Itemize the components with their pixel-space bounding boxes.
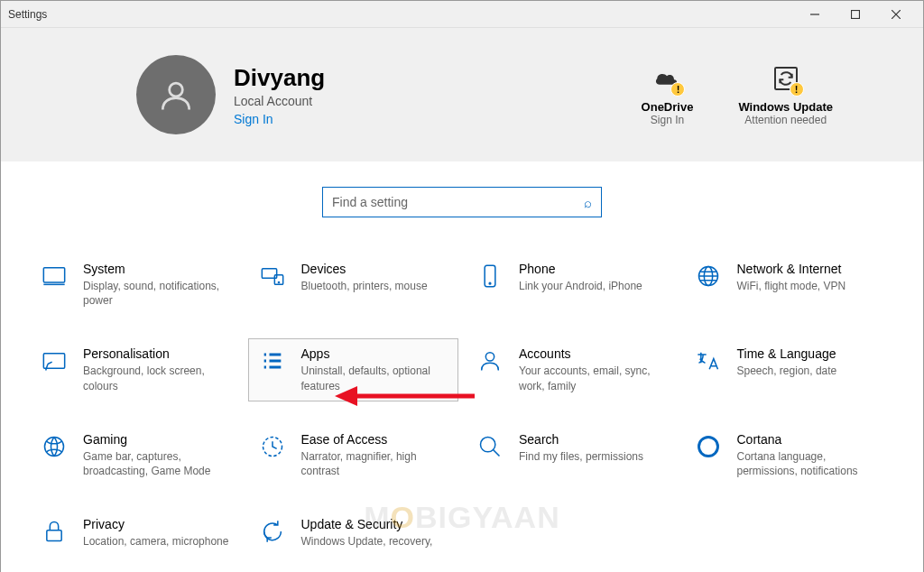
apps-icon bbox=[258, 346, 287, 375]
windows-update-status[interactable]: ! Windows Update Attention needed bbox=[738, 64, 833, 126]
tile-update-security[interactable]: Update & SecurityWindows Update, recover… bbox=[248, 509, 459, 557]
tile-personalisation[interactable]: PersonalisationBackground, lock screen, … bbox=[30, 338, 241, 401]
settings-grid: SystemDisplay, sound, notifications, pow… bbox=[1, 235, 923, 572]
onedrive-title: OneDrive bbox=[642, 100, 694, 114]
tile-title: Update & Security bbox=[301, 517, 433, 531]
tile-desc: Link your Android, iPhone bbox=[519, 279, 642, 293]
tile-desc: Cortana language, permissions, notificat… bbox=[737, 449, 885, 478]
tile-title: Search bbox=[519, 432, 643, 447]
sync-icon: ! bbox=[772, 64, 800, 93]
tile-title: Network & Internet bbox=[737, 262, 846, 276]
svg-rect-0 bbox=[851, 10, 859, 18]
tile-desc: Game bar, captures, broadcasting, Game M… bbox=[83, 449, 231, 478]
tile-desc: Narrator, magnifier, high contrast bbox=[301, 449, 449, 478]
settings-window: Settings Divyang Local Account Sign In !… bbox=[0, 0, 924, 572]
tile-system[interactable]: SystemDisplay, sound, notifications, pow… bbox=[30, 254, 241, 316]
network-icon bbox=[694, 262, 723, 291]
sign-in-link[interactable]: Sign In bbox=[234, 112, 325, 126]
tile-title: Apps bbox=[301, 346, 449, 361]
user-account-type: Local Account bbox=[234, 94, 325, 108]
onedrive-sub: Sign In bbox=[651, 114, 684, 126]
tile-phone[interactable]: PhoneLink your Android, iPhone bbox=[466, 254, 677, 316]
tile-desc: Location, camera, microphone bbox=[83, 534, 228, 549]
tile-network[interactable]: Network & InternetWiFi, flight mode, VPN bbox=[684, 254, 895, 316]
tile-title: Phone bbox=[519, 262, 642, 276]
svg-point-8 bbox=[489, 282, 491, 284]
onedrive-status[interactable]: ! OneDrive Sign In bbox=[642, 64, 694, 126]
svg-rect-3 bbox=[43, 268, 64, 282]
tile-apps[interactable]: AppsUninstall, defaults, optional featur… bbox=[248, 338, 459, 401]
tile-devices[interactable]: DevicesBluetooth, printers, mouse bbox=[248, 254, 459, 316]
tile-title: Time & Language bbox=[737, 346, 837, 361]
tile-desc: Your accounts, email, sync, work, family bbox=[519, 364, 667, 392]
tile-title: Accounts bbox=[519, 346, 667, 361]
tile-title: System bbox=[83, 262, 231, 276]
personalisation-icon bbox=[40, 346, 69, 375]
minimize-button[interactable] bbox=[794, 2, 835, 27]
search-wrap: ⌕ bbox=[1, 161, 923, 235]
avatar bbox=[136, 55, 216, 134]
tile-desc: Find my files, permissions bbox=[519, 449, 643, 464]
gaming-icon bbox=[40, 432, 69, 461]
svg-point-16 bbox=[698, 437, 717, 456]
tile-desc: Uninstall, defaults, optional features bbox=[301, 364, 449, 392]
tile-title: Ease of Access bbox=[301, 432, 449, 447]
tile-desc: Background, lock screen, colours bbox=[83, 364, 231, 392]
tile-time-language[interactable]: Time & LanguageSpeech, region, date bbox=[684, 338, 895, 401]
tile-desc: WiFi, flight mode, VPN bbox=[737, 279, 846, 293]
tile-gaming[interactable]: GamingGame bar, captures, broadcasting, … bbox=[30, 424, 241, 486]
privacy-icon bbox=[40, 517, 69, 546]
accounts-icon bbox=[476, 346, 504, 375]
cortana-icon bbox=[694, 432, 723, 461]
svg-rect-7 bbox=[485, 265, 495, 286]
tile-title: Devices bbox=[301, 262, 428, 276]
svg-point-13 bbox=[45, 437, 64, 456]
tile-title: Privacy bbox=[83, 517, 228, 531]
phone-icon bbox=[476, 262, 504, 291]
tile-cortana[interactable]: CortanaCortana language, permissions, no… bbox=[684, 424, 895, 486]
close-button[interactable] bbox=[875, 2, 916, 27]
ease-of-access-icon bbox=[258, 432, 287, 461]
svg-point-6 bbox=[278, 281, 279, 282]
search-tile-icon bbox=[476, 432, 504, 461]
update-title: Windows Update bbox=[738, 100, 833, 114]
update-security-icon bbox=[258, 517, 287, 546]
time-language-icon bbox=[694, 346, 723, 375]
update-sub: Attention needed bbox=[744, 114, 827, 126]
warning-badge: ! bbox=[670, 82, 685, 97]
window-title: Settings bbox=[8, 8, 47, 21]
svg-point-15 bbox=[481, 437, 495, 451]
search-input[interactable] bbox=[332, 195, 584, 209]
titlebar: Settings bbox=[1, 1, 923, 28]
tile-title: Gaming bbox=[83, 432, 231, 447]
tile-desc: Display, sound, notifications, power bbox=[83, 279, 231, 308]
tile-privacy[interactable]: PrivacyLocation, camera, microphone bbox=[30, 509, 241, 557]
devices-icon bbox=[258, 262, 287, 291]
tile-accounts[interactable]: AccountsYour accounts, email, sync, work… bbox=[466, 338, 677, 401]
tile-desc: Speech, region, date bbox=[737, 364, 837, 378]
maximize-button[interactable] bbox=[835, 2, 875, 27]
user-name: Divyang bbox=[234, 64, 325, 92]
system-icon bbox=[40, 262, 69, 291]
search-box[interactable]: ⌕ bbox=[322, 187, 602, 217]
tile-search[interactable]: SearchFind my files, permissions bbox=[466, 424, 677, 486]
search-icon: ⌕ bbox=[584, 195, 592, 210]
svg-rect-17 bbox=[47, 530, 61, 541]
user-header: Divyang Local Account Sign In ! OneDrive… bbox=[1, 28, 923, 161]
tile-desc: Windows Update, recovery, bbox=[301, 534, 433, 549]
svg-point-1 bbox=[170, 83, 183, 97]
onedrive-icon: ! bbox=[652, 64, 681, 93]
warning-badge: ! bbox=[790, 82, 804, 97]
tile-title: Cortana bbox=[737, 432, 885, 447]
tile-title: Personalisation bbox=[83, 346, 231, 361]
tile-desc: Bluetooth, printers, mouse bbox=[301, 279, 428, 293]
svg-point-12 bbox=[485, 353, 494, 361]
tile-ease-of-access[interactable]: Ease of AccessNarrator, magnifier, high … bbox=[248, 424, 459, 486]
